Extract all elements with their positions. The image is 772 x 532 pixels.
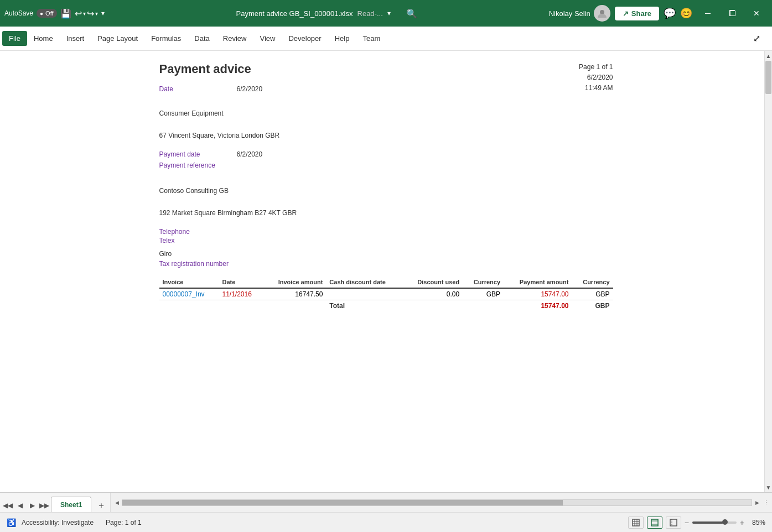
print-date: 6/2/2020 bbox=[579, 72, 613, 83]
redo-icon[interactable]: ↪ bbox=[87, 8, 94, 19]
svg-rect-9 bbox=[670, 519, 677, 526]
zoom-percent-label[interactable]: 85% bbox=[748, 519, 765, 526]
mode-label: Read-... bbox=[357, 9, 383, 18]
menu-item-developer[interactable]: Developer bbox=[282, 31, 328, 46]
menu-item-page-layout[interactable]: Page Layout bbox=[91, 31, 144, 46]
menu-item-help[interactable]: Help bbox=[328, 31, 356, 46]
invoice-table: Invoice Date Invoice amount Cash discoun… bbox=[159, 277, 613, 311]
scroll-track[interactable] bbox=[765, 61, 772, 482]
menu-item-review[interactable]: Review bbox=[216, 31, 253, 46]
add-sheet-button[interactable]: ＋ bbox=[95, 499, 108, 512]
customize-qat-icon[interactable]: ▾ bbox=[101, 9, 105, 17]
page-wrapper: Page 1 of 1 6/2/2020 11:49 AM Payment ad… bbox=[137, 51, 635, 492]
recipient-name: Consumer Equipment bbox=[159, 109, 613, 117]
close-button[interactable]: ✕ bbox=[745, 5, 768, 22]
accessibility-label[interactable]: Accessibility: Investigate bbox=[22, 519, 94, 526]
giro-label: Giro bbox=[159, 250, 613, 258]
payment-date-row: Payment date 6/2/2020 bbox=[159, 150, 613, 159]
menu-item-insert[interactable]: Insert bbox=[60, 31, 91, 46]
tab-nav-first[interactable]: ◀◀ bbox=[2, 499, 13, 512]
scroll-down-button[interactable]: ▼ bbox=[765, 482, 773, 492]
page-number: Page 1 of 1 bbox=[579, 62, 613, 72]
undo-icon[interactable]: ↩ bbox=[75, 8, 82, 19]
menu-item-formulas[interactable]: Formulas bbox=[144, 31, 188, 46]
payment-date-label: Payment date bbox=[159, 150, 226, 158]
scroll-thumb[interactable] bbox=[765, 61, 771, 94]
date-value: 6/2/2020 bbox=[237, 85, 263, 93]
bottom-area: ◀◀ ◀ ▶ ▶▶ Sheet1 ＋ ◀ ▶ ⋮ bbox=[0, 492, 772, 512]
share-icon: ↗ bbox=[623, 9, 629, 18]
recipient-address: 67 Vincent Square, Victoria London GBR bbox=[159, 132, 613, 139]
zoom-in-button[interactable]: + bbox=[740, 518, 744, 527]
date-label: Date bbox=[159, 85, 226, 93]
title-dropdown-icon[interactable]: ▾ bbox=[387, 9, 391, 17]
h-scroll-right[interactable]: ▶ bbox=[753, 499, 761, 507]
h-scroll-track[interactable] bbox=[122, 499, 752, 506]
normal-view-button[interactable] bbox=[628, 517, 644, 529]
fullscreen-icon[interactable]: ⤢ bbox=[748, 30, 765, 48]
cell-currency1: GBP bbox=[463, 288, 504, 300]
page-header-right: Page 1 of 1 6/2/2020 11:49 AM bbox=[579, 62, 613, 94]
zoom-out-button[interactable]: − bbox=[685, 518, 689, 527]
zoom-slider-thumb[interactable] bbox=[722, 519, 728, 525]
menu-bar: File Home Insert Page Layout Formulas Da… bbox=[0, 27, 772, 51]
restore-button[interactable]: ⧠ bbox=[721, 5, 743, 22]
col-currency2: Currency bbox=[572, 277, 613, 288]
tab-nav-last[interactable]: ▶▶ bbox=[39, 499, 50, 512]
svg-rect-6 bbox=[651, 519, 658, 526]
autosave-toggle[interactable]: ● Off bbox=[37, 9, 57, 18]
page-status: Page: 1 of 1 bbox=[106, 519, 142, 526]
accessibility-icon: ♿ bbox=[7, 518, 16, 527]
zoom-controls: − + 85% bbox=[685, 518, 765, 527]
sheet-tab-sheet1[interactable]: Sheet1 bbox=[51, 497, 91, 512]
emoji-icon[interactable]: 😊 bbox=[680, 7, 692, 19]
cell-discount-used: 0.00 bbox=[403, 288, 463, 300]
menu-item-view[interactable]: View bbox=[253, 31, 282, 46]
save-icon[interactable]: 💾 bbox=[60, 8, 71, 19]
zoom-slider-track[interactable] bbox=[692, 521, 737, 524]
h-scroll-more[interactable]: ⋮ bbox=[762, 499, 770, 507]
autosave-label: AutoSave bbox=[4, 9, 33, 17]
menu-items: File Home Insert Page Layout Formulas Da… bbox=[2, 31, 748, 46]
window-controls: ─ ⧠ ✕ bbox=[697, 5, 768, 22]
payer-name: Contoso Consulting GB bbox=[159, 187, 613, 195]
avatar bbox=[594, 5, 610, 22]
cell-invoice-amount: 16747.50 bbox=[263, 288, 327, 300]
menu-item-data[interactable]: Data bbox=[188, 31, 216, 46]
cell-cash-discount-date bbox=[326, 288, 403, 300]
share-button[interactable]: ↗ Share bbox=[615, 7, 659, 20]
total-amount: 15747.00 bbox=[504, 300, 572, 312]
print-time: 11:49 AM bbox=[579, 83, 613, 93]
total-empty1 bbox=[159, 300, 219, 312]
col-invoice-amount: Invoice amount bbox=[263, 277, 327, 288]
h-scroll-thumb[interactable] bbox=[122, 500, 563, 505]
undo-dropdown[interactable]: ▾ bbox=[83, 11, 86, 17]
tab-nav-prev[interactable]: ◀ bbox=[14, 499, 25, 512]
username-label: Nikolay Selin bbox=[549, 9, 590, 18]
user-area[interactable]: Nikolay Selin bbox=[549, 5, 610, 22]
search-icon[interactable]: 🔍 bbox=[406, 8, 417, 19]
page-layout-view-button[interactable] bbox=[647, 517, 662, 529]
page-break-view-button[interactable] bbox=[666, 517, 681, 529]
toggle-state: Off bbox=[45, 10, 53, 17]
cell-date: 11/1/2016 bbox=[219, 288, 263, 300]
tab-nav-next[interactable]: ▶ bbox=[27, 499, 38, 512]
col-invoice: Invoice bbox=[159, 277, 219, 288]
vertical-scrollbar[interactable]: ▲ ▼ bbox=[764, 51, 772, 492]
horizontal-scrollbar[interactable]: ◀ ▶ ⋮ bbox=[110, 493, 772, 512]
minimize-button[interactable]: ─ bbox=[697, 5, 719, 22]
svg-point-0 bbox=[600, 10, 604, 14]
col-cash-discount-date: Cash discount date bbox=[326, 277, 403, 288]
sheet-content: Page 1 of 1 6/2/2020 11:49 AM Payment ad… bbox=[0, 51, 772, 492]
total-empty3 bbox=[263, 300, 327, 312]
menu-item-team[interactable]: Team bbox=[356, 31, 387, 46]
col-discount-used: Discount used bbox=[403, 277, 463, 288]
undo-redo-group: ↩ ▾ ↪ ▾ bbox=[75, 8, 98, 19]
comment-icon[interactable]: 💬 bbox=[664, 7, 676, 19]
redo-dropdown[interactable]: ▾ bbox=[95, 11, 98, 17]
menu-item-file[interactable]: File bbox=[2, 31, 27, 46]
scroll-up-button[interactable]: ▲ bbox=[765, 51, 773, 61]
menu-item-home[interactable]: Home bbox=[27, 31, 60, 46]
total-currency: GBP bbox=[572, 300, 613, 312]
h-scroll-left[interactable]: ◀ bbox=[113, 499, 121, 507]
